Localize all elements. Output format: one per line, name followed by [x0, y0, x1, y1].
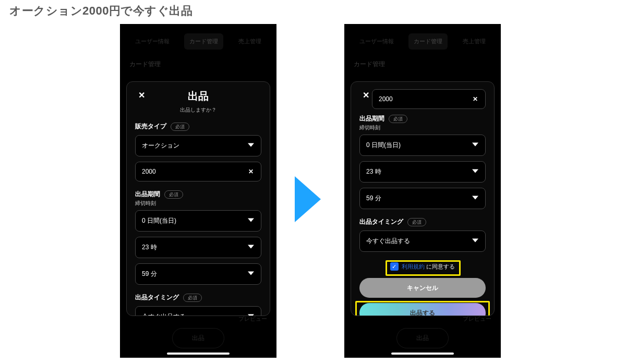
days-select[interactable]: 0 日間(当日)	[359, 135, 486, 156]
hour-select[interactable]: 23 時	[359, 161, 486, 183]
period-label: 出品期間	[135, 190, 160, 199]
timing-label: 出品タイミング	[359, 217, 403, 226]
deadline-label: 締切時刻	[359, 124, 486, 131]
page-title: オークション2000円で今すぐ出品	[9, 3, 192, 19]
minute-select[interactable]: 59 分	[135, 263, 261, 285]
section-title: カード管理	[344, 50, 501, 69]
arrow-right-icon	[295, 176, 321, 222]
timing-select[interactable]: 今すぐ出品する	[135, 306, 261, 316]
sell-button[interactable]: 出品する	[359, 303, 486, 316]
chevron-down-icon	[472, 237, 479, 245]
period-label: 出品期間	[359, 114, 384, 123]
hour-value: 23 時	[366, 167, 381, 176]
close-icon[interactable]: ✕	[360, 91, 371, 102]
chevron-down-icon	[247, 142, 255, 150]
tab-card-manage[interactable]: カード管理	[184, 33, 223, 50]
stage: ユーザー情報 カード管理 売上管理 カード管理 発行者 HABETサポート プレ…	[0, 20, 626, 364]
tab-sales-manage[interactable]: 売上管理	[458, 33, 491, 50]
home-indicator	[391, 353, 454, 355]
cancel-button[interactable]: キャンセル	[359, 278, 486, 298]
phone-screenshot-left: ユーザー情報 カード管理 売上管理 カード管理 発行者 HABETサポート プレ…	[120, 24, 276, 358]
bg-sell-button[interactable]: 出品	[172, 328, 224, 348]
bg-sell-button[interactable]: 出品	[396, 328, 449, 348]
listing-modal-left: ✕ 出品 出品しますか？ 販売タイプ 必須 オークション 2000 ✕	[126, 81, 270, 316]
chevron-down-icon	[247, 244, 255, 251]
price-input[interactable]: 2000 ✕	[135, 162, 261, 181]
chevron-down-icon	[472, 141, 479, 149]
required-badge: 必須	[389, 115, 407, 123]
home-indicator	[167, 353, 230, 355]
timing-label: 出品タイミング	[135, 293, 179, 302]
terms-link[interactable]: 利用規約	[402, 263, 425, 270]
required-badge: 必須	[171, 123, 189, 131]
days-value: 0 日間(当日)	[366, 141, 401, 150]
required-badge: 必須	[407, 218, 426, 226]
chevron-down-icon	[247, 313, 255, 316]
modal-subtitle: 出品しますか？	[135, 106, 261, 114]
tab-card-manage[interactable]: カード管理	[408, 33, 448, 50]
days-select[interactable]: 0 日間(当日)	[135, 210, 261, 232]
phone-screenshot-right: ユーザー情報 カード管理 売上管理 カード管理 発行者 HABETサポート プレ…	[344, 24, 501, 358]
days-value: 0 日間(当日)	[142, 216, 176, 225]
required-badge: 必須	[183, 294, 202, 302]
timing-value: 今すぐ出品する	[142, 312, 186, 316]
required-badge: 必須	[164, 190, 183, 199]
terms-suffix: に同意する	[426, 263, 455, 270]
sale-type-label: 販売タイプ	[135, 122, 166, 131]
sale-type-select[interactable]: オークション	[135, 135, 261, 156]
chevron-down-icon	[472, 168, 479, 176]
minute-select[interactable]: 59 分	[359, 188, 486, 209]
tab-user-info[interactable]: ユーザー情報	[354, 33, 399, 50]
tab-sales-manage[interactable]: 売上管理	[233, 33, 267, 50]
sale-type-value: オークション	[142, 141, 179, 150]
minute-value: 59 分	[366, 194, 381, 203]
modal-title: 出品	[135, 89, 261, 103]
price-input[interactable]: 2000 ✕	[372, 89, 486, 109]
timing-value: 今すぐ出品する	[366, 237, 410, 246]
checkbox-checked[interactable]: ✓	[390, 262, 399, 271]
clear-icon[interactable]: ✕	[472, 95, 479, 103]
section-title: カード管理	[120, 50, 276, 69]
chevron-down-icon	[247, 217, 255, 225]
deadline-label: 締切時刻	[135, 200, 261, 207]
minute-value: 59 分	[142, 270, 157, 278]
tab-user-info[interactable]: ユーザー情報	[130, 33, 175, 50]
clear-icon[interactable]: ✕	[247, 168, 255, 175]
hour-value: 23 時	[142, 243, 157, 252]
price-value: 2000	[142, 168, 156, 175]
price-value: 2000	[379, 95, 393, 103]
chevron-down-icon	[247, 270, 255, 278]
preview-label: プレビュー	[354, 315, 491, 323]
listing-modal-right: ✕ 2000 ✕ 出品期間 必須 締切時刻 0 日間(当日)	[351, 81, 495, 316]
hour-select[interactable]: 23 時	[135, 237, 261, 258]
timing-select[interactable]: 今すぐ出品する	[359, 230, 486, 252]
chevron-down-icon	[472, 195, 479, 202]
close-icon[interactable]: ✕	[136, 91, 147, 102]
terms-agree-row[interactable]: ✓ 利用規約 に同意する	[359, 259, 486, 274]
preview-label: プレビュー	[129, 315, 267, 323]
